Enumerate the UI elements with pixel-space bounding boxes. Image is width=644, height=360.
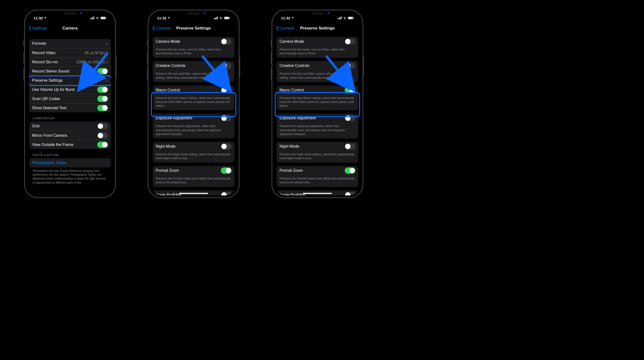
label-qr: Scan QR Codes [32,97,60,101]
label-portrait: Portrait Zoom [280,168,303,173]
toggle-macro[interactable] [345,87,355,93]
label-creative: Creative Controls [156,64,186,68]
toggle-exposure[interactable] [345,115,355,121]
block-camera-mode: Camera Mode Preserve the last mode, such… [153,37,234,58]
label-proraw: Apple ProRAW [156,193,182,195]
label-preserve: Preserve Settings [32,78,62,83]
back-button[interactable]: Camera [152,24,170,33]
desc-portrait: Preserve the Portrait mode zoom rather t… [276,175,358,187]
desc-creative: Preserve the last used filter, aspect ra… [153,70,234,82]
nav-bar: Camera Preserve Settings [150,24,237,33]
section-photo-capture: PHOTO CAPTURE [29,149,111,158]
nav-title: Preserve Settings [300,26,335,31]
block-night: Night Mode Preserve the Night mode setti… [153,142,234,163]
label-camera-mode: Camera Mode [156,39,180,44]
toggle-detected-text[interactable] [97,105,108,111]
toggle-mirror[interactable] [97,132,108,139]
label-creative: Creative Controls [280,64,310,68]
battery-icon [348,17,354,19]
toggle-proraw[interactable] [221,192,232,195]
value-record-video: 4K at 60 fps [84,51,106,55]
label-exposure: Exposure Adjustment [280,116,316,120]
toggle-camera-mode[interactable] [345,39,355,45]
row-preserve-settings[interactable]: Preserve Settings [29,76,111,85]
block-portrait: Portrait Zoom Preserve the Portrait mode… [153,166,234,187]
toggle-creative[interactable] [221,63,232,69]
row-record-video[interactable]: Record Video 4K at 60 fps [29,48,111,57]
home-indicator[interactable] [303,193,332,194]
nav-bar: Camera Preserve Settings [274,24,360,33]
block-macro: Macro Control Preserve the Auto Macro se… [276,86,358,110]
battery-icon [224,17,230,19]
toggle-volume-burst[interactable] [97,87,108,93]
camera-settings-group: Formats Record Video 4K at 60 fps Record… [29,39,111,112]
block-night: Night Mode Preserve the Night mode setti… [276,142,358,163]
block-portrait: Portrait Zoom Preserve the Portrait mode… [276,166,358,187]
status-time: 11:32 [34,16,43,20]
chevron-right-icon [106,79,108,82]
toggle-night[interactable] [221,143,232,150]
block-exposure: Exposure Adjustment Preserve the exposur… [153,114,234,138]
toggle-stereo[interactable] [97,68,108,74]
label-proraw: Apple ProRAW [280,193,305,195]
chevron-right-icon [106,42,108,45]
desc-macro: Preserve the Auto Macro setting, rather … [153,95,234,110]
toggle-exposure[interactable] [221,115,232,121]
row-stereo: Record Stereo Sound [29,67,111,76]
toggle-grid[interactable] [97,123,108,129]
status-time: 11:32 [157,16,166,20]
back-button[interactable]: Settings [29,24,47,33]
row-volume-burst: Use Volume Up for Burst [29,85,111,94]
composition-group: Grid Mirror Front Camera View Outside th… [29,122,111,149]
desc-creative: Preserve the last used filter, aspect ra… [276,70,358,82]
label-grid: Grid [32,124,39,128]
block-creative: Creative Controls Preserve the last used… [276,61,358,82]
chevron-right-icon [106,51,108,55]
label-formats: Formats [32,41,46,46]
label-night: Night Mode [280,144,299,149]
desc-portrait: Preserve the Portrait mode zoom rather t… [153,175,234,187]
wifi-icon [343,17,346,19]
wifi-icon [95,17,99,19]
desc-exposure: Preserve the exposure adjustment, rather… [153,123,234,138]
desc-camera-mode: Preserve the last mode, such as Video, r… [276,46,358,58]
label-mirror: Mirror Front Camera [32,133,67,138]
toggle-outside[interactable] [97,142,108,148]
toggle-portrait[interactable] [345,167,355,174]
toggle-night[interactable] [345,143,355,150]
desc-night: Preserve the Night mode setting, rather … [276,151,358,163]
toggle-camera-mode[interactable] [221,39,232,45]
back-label: Camera [280,26,294,31]
row-mirror: Mirror Front Camera [29,131,111,140]
block-macro: Macro Control Preserve the Auto Macro se… [153,86,234,110]
nav-title: Camera [62,26,78,31]
section-composition: COMPOSITION [29,112,111,122]
status-time: 11:32 [281,16,290,20]
photographic-styles-desc: Personalize the look of your photos by b… [29,167,111,185]
desc-camera-mode: Preserve the last mode, such as Video, r… [153,46,234,58]
back-button[interactable]: Camera [276,24,294,33]
label-volume-burst: Use Volume Up for Burst [32,88,74,92]
cellular-icon [338,17,342,19]
toggle-proraw[interactable] [345,192,355,195]
nav-bar: Settings Camera [27,24,113,33]
toggle-portrait[interactable] [221,167,232,174]
block-exposure: Exposure Adjustment Preserve the exposur… [276,114,358,138]
label-macro: Macro Control [280,88,304,92]
label-exposure: Exposure Adjustment [156,116,192,120]
toggle-qr[interactable] [97,96,108,102]
label-camera-mode: Camera Mode [280,39,304,44]
row-qr: Scan QR Codes [29,94,111,103]
back-label: Camera [156,26,170,31]
chevron-right-icon [106,60,108,64]
toggle-macro[interactable] [221,87,232,93]
row-formats[interactable]: Formats [29,39,111,48]
toggle-creative[interactable] [345,63,355,69]
row-photographic-styles[interactable]: Photographic Styles [29,158,111,167]
label-record-slomo: Record Slo-mo [32,60,58,64]
location-icon [167,17,170,19]
row-record-slomo[interactable]: Record Slo-mo 1080p at 240 fps [29,57,111,67]
cellular-icon [90,17,94,19]
home-indicator[interactable] [179,193,208,194]
label-record-video: Record Video [32,51,56,55]
